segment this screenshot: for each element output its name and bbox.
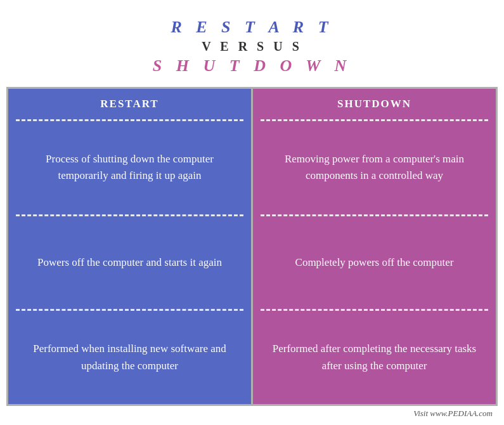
footer-note: Visit www.PEDIAA.com — [6, 406, 498, 421]
divider-2-left — [16, 214, 243, 216]
title-versus: V E R S U S — [153, 39, 351, 54]
title-shutdown: S H U T D O W N — [153, 56, 351, 75]
divider-2-right — [261, 214, 488, 216]
cell-right-2: Completely powers off the computer — [253, 216, 496, 310]
title-restart: R E S T A R T — [153, 18, 351, 37]
bottom-bar: Visit www.PEDIAA.com — [6, 406, 498, 425]
column-restart: RESTART Process of shutting down the com… — [8, 89, 253, 404]
divider-3-right — [261, 309, 488, 311]
divider-1-left — [16, 119, 243, 121]
cell-right-3: Performed after completing the necessary… — [253, 311, 496, 404]
cell-right-1: Removing power from a computer's main co… — [253, 121, 496, 214]
divider-1-right — [261, 119, 488, 121]
page-header: R E S T A R T V E R S U S S H U T D O W … — [153, 0, 351, 87]
cell-left-2: Powers off the computer and starts it ag… — [8, 216, 251, 310]
col-left-header: RESTART — [8, 89, 251, 119]
comparison-table: RESTART Process of shutting down the com… — [6, 87, 498, 406]
col-right-header: SHUTDOWN — [253, 89, 496, 119]
cell-left-3: Performed when installing new software a… — [8, 311, 251, 404]
divider-3-left — [16, 309, 243, 311]
cell-left-1: Process of shutting down the computer te… — [8, 121, 251, 214]
column-shutdown: SHUTDOWN Removing power from a computer'… — [253, 89, 496, 404]
